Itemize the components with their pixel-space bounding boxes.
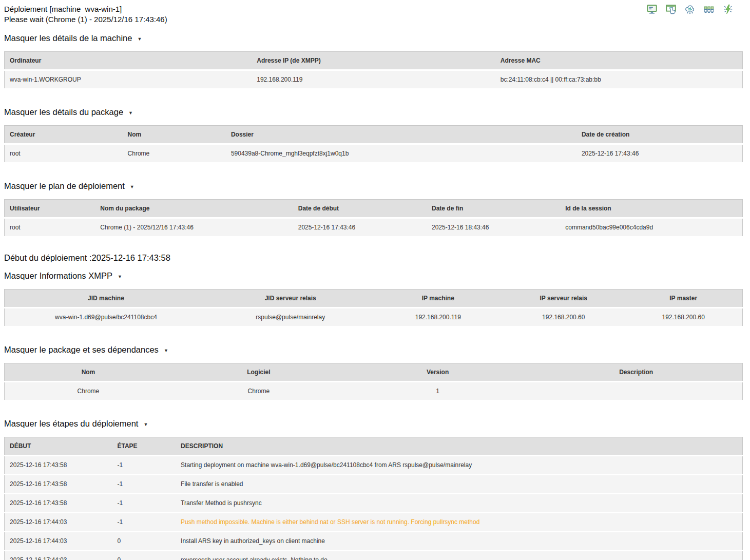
main-content: Masquer les détails de la machine ▼ Ordi… [4,33,743,560]
table-cell: 2025-12-16 17:44:03 [5,551,112,560]
section-toggle-package-details[interactable]: Masquer les détails du package ▼ [4,107,743,117]
table-cell: root [5,144,123,163]
cloud-gear-icon[interactable] [684,4,696,15]
table-cell: root [5,218,95,237]
table-cell: 2025-12-16 17:43:46 [293,218,427,237]
section-toggle-machine-details[interactable]: Masquer les détails de la machine ▼ [4,33,743,43]
section-title: Masquer les détails du package [4,107,123,117]
table-cell: Chrome (1) - 2025/12/16 17:43:46 [95,218,293,237]
column-header: Id de la session [560,200,742,218]
table-cell: Chrome [172,382,345,401]
section-toggle-deployment-steps[interactable]: Masquer les étapes du déploiement ▼ [4,419,743,429]
chevron-down-icon: ▼ [143,422,148,427]
section-title: Masquer les étapes du déploiement [4,419,138,429]
section-toggle-package-dependencies[interactable]: Masquer le package et ses dépendances ▼ [4,345,743,355]
page-header: Déploiement [machine wva-win-1] Please w… [4,4,743,24]
servers-icon[interactable] [703,4,715,15]
section-deployment-steps: Masquer les étapes du déploiement ▼ DÉBU… [4,419,743,560]
column-header: Nom [5,363,172,382]
table-cell: 1 [345,382,530,401]
table-cell: Transfer Method is pushrsync [176,494,742,513]
deployment-start-text: Début du déploiement :2025-12-16 17:43:5… [4,253,743,263]
table-cell: reversessh user account already exists. … [176,551,742,560]
table-cell: command50bac99e006c4cda9d [560,218,742,237]
table-cell: 2025-12-16 17:43:46 [576,144,743,163]
column-header: Version [345,363,530,382]
column-header: Créateur [5,126,123,144]
table-cell: File transfer is enabled [176,475,742,494]
column-header: Nom du package [95,200,293,218]
table-cell: 2025-12-16 17:43:58 [5,494,112,513]
column-header: Ordinateur [5,52,252,70]
column-header: Date de création [576,126,743,144]
table-cell: 2025-12-16 18:43:46 [427,218,560,237]
chevron-down-icon: ▼ [130,184,134,189]
section-title: Masquer le package et ses dépendances [4,345,159,355]
column-header: IP master [624,289,742,308]
column-header: Logiciel [172,363,345,382]
table-cell: 192.168.200.119 [252,70,495,89]
table-header-row: CréateurNomDossierDate de création [5,126,743,144]
package-details-table: CréateurNomDossierDate de création rootC… [4,125,743,164]
table-row: ChromeChrome1 [5,382,743,401]
table-header-row: UtilisateurNom du packageDate de débutDa… [5,200,743,218]
chevron-down-icon: ▼ [128,110,133,115]
table-cell: 590439a8-Chrome_mghl3eqpfzt8xj1w0q1b [226,144,576,163]
table-cell: 192.168.200.60 [624,308,742,327]
table-row: 2025-12-16 17:44:030Install ARS key in a… [5,532,743,551]
column-header: Date de début [293,200,427,218]
column-header: IP machine [373,289,503,308]
column-header: DÉBUT [5,437,112,456]
column-header: JID machine [5,289,207,308]
section-package-dependencies: Masquer le package et ses dépendances ▼ … [4,345,743,401]
section-toggle-deployment-plan[interactable]: Masquer le plan de déploiement ▼ [4,181,743,191]
lightning-icon[interactable] [722,4,734,15]
table-cell: 192.168.200.60 [503,308,624,327]
column-header: DESCRIPTION [176,437,742,456]
table-cell: 2025-12-16 17:43:58 [5,456,112,475]
column-header: Date de fin [427,200,560,218]
table-cell: 0 [112,532,176,551]
column-header: Utilisateur [5,200,95,218]
section-title: Masquer Informations XMPP [4,271,112,281]
table-cell: 2025-12-16 17:44:03 [5,532,112,551]
table-cell: bc:24:11:08:cb:c4 || 00:ff:ca:73:ab:bb [495,70,743,89]
table-header-row: DÉBUTÉTAPEDESCRIPTION [5,437,743,456]
section-deployment-plan: Masquer le plan de déploiement ▼ Utilisa… [4,181,743,238]
machine-details-table: OrdinateurAdresse IP (de XMPP)Adresse MA… [4,51,743,90]
section-toggle-xmpp-info[interactable]: Masquer Informations XMPP ▼ [4,271,743,281]
table-row: rootChrome590439a8-Chrome_mghl3eqpfzt8xj… [5,144,743,163]
table-cell: -1 [112,475,176,494]
table-cell: Chrome [123,144,226,163]
table-row: rootChrome (1) - 2025/12/16 17:43:462025… [5,218,743,237]
table-cell: -1 [112,494,176,513]
column-header: Dossier [226,126,576,144]
table-row: 2025-12-16 17:43:58-1Starting deployment… [5,456,743,475]
column-header: Description [530,363,742,382]
table-row: 2025-12-16 17:44:03-1Push method impossi… [5,513,743,532]
touch-screen-icon[interactable] [665,4,677,15]
table-row: 2025-12-16 17:43:58-1Transfer Method is … [5,494,743,513]
section-machine-details: Masquer les détails de la machine ▼ Ordi… [4,33,743,90]
column-header: ÉTAPE [112,437,176,456]
table-row: 2025-12-16 17:43:58-1File transfer is en… [5,475,743,494]
package-dependencies-table: NomLogicielVersionDescription ChromeChro… [4,363,743,401]
table-cell: 2025-12-16 17:43:58 [5,475,112,494]
table-header-row: JID machineJID serveur relaisIP machineI… [5,289,743,308]
table-cell: -1 [112,456,176,475]
page-subtitle: Please wait (Chrome (1) - 2025/12/16 17:… [4,14,743,25]
table-cell: 2025-12-16 17:44:03 [5,513,112,532]
xmpp-info-table: JID machineJID serveur relaisIP machineI… [4,289,743,327]
table-cell: 0 [112,551,176,560]
section-xmpp-info: Masquer Informations XMPP ▼ JID machineJ… [4,271,743,327]
page-title: Déploiement [machine wva-win-1] [4,4,743,14]
table-cell: wva-win-1.d69@pulse/bc241108cbc4 [5,308,207,327]
table-header-row: OrdinateurAdresse IP (de XMPP)Adresse MA… [5,52,743,70]
chevron-down-icon: ▼ [137,36,142,42]
section-title: Masquer les détails de la machine [4,33,132,43]
monitor-icon[interactable] [646,4,658,15]
deployment-plan-table: UtilisateurNom du packageDate de débutDa… [4,199,743,238]
toolbar [646,4,734,15]
column-header: JID serveur relais [207,289,374,308]
table-cell: Starting deployment on machine wva-win-1… [176,456,742,475]
